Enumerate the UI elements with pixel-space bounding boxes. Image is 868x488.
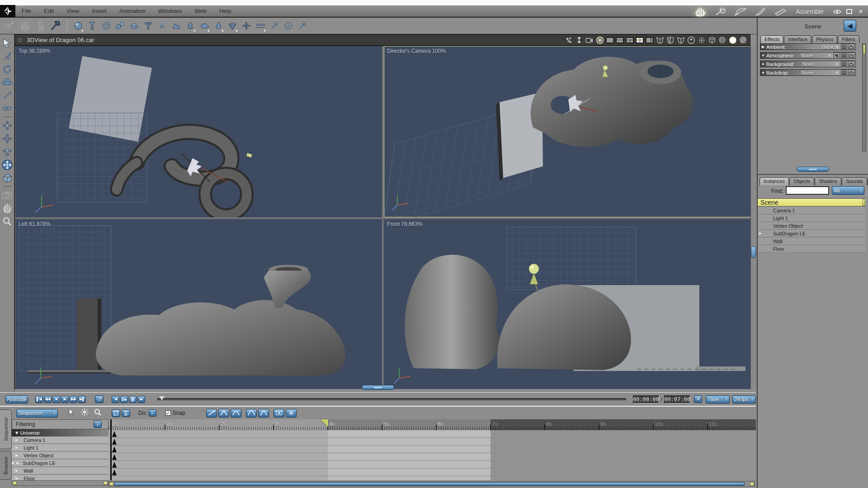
tree-item-light1[interactable]: Light 1 [758,215,865,222]
tree-item-camera1[interactable]: Camera 1 [758,207,865,214]
goblet-icon[interactable] [86,19,98,33]
do-dropdown-icon[interactable]: » [149,409,156,417]
scene-root-row[interactable]: Scene [758,198,865,206]
ambient-value[interactable]: Basic [822,44,836,50]
go-end-icon[interactable]: ▶▌ [78,396,86,403]
seq-row-light1[interactable]: ▶Light 1 [12,444,108,451]
zoom-tool-icon[interactable] [94,408,102,418]
cloud-icon[interactable] [198,19,210,33]
wire-ball-icon[interactable] [595,36,604,44]
filtering-row[interactable]: Filtering » [12,419,108,429]
room-model-wrench-icon[interactable] [712,6,729,17]
wall-side[interactable] [77,299,99,371]
seq-row-wall[interactable]: ▶Wall [12,467,108,474]
tree-item-subdragon[interactable]: ▶SubDragon LE [758,230,865,237]
tween-bezier-icon[interactable] [231,409,241,418]
delete-key-icon[interactable] [129,396,137,403]
gem-icon[interactable] [226,19,238,33]
load-preset-button[interactable] [848,44,854,50]
tab-interface[interactable]: Interface [784,35,811,43]
viewport-director[interactable]: Director's Camera 100% [384,46,751,218]
menu-view[interactable]: View [60,8,85,14]
loop-icon[interactable]: ↺ [95,395,104,403]
load-preset-button[interactable] [848,70,854,76]
chevron-down-icon[interactable]: » [835,71,840,74]
globe-cross-icon[interactable] [1,158,14,171]
seq-row-vertex-object[interactable]: ▶Vertex Object [12,452,108,459]
view-fan-left-icon[interactable] [656,36,664,44]
tree-item-floor[interactable]: Floor [758,245,865,253]
keyframe-marker[interactable] [112,439,117,445]
document-title-bar[interactable]: 3DView of Dragon 06.car [14,34,750,46]
dart-icon[interactable] [1,49,14,62]
expand-arrow-icon[interactable]: ▶ [759,231,762,235]
rotate-icon[interactable] [1,62,14,75]
particle-icon[interactable] [156,19,168,33]
terrain-icon[interactable] [170,19,182,33]
sphere-icon[interactable] [72,19,84,33]
keyframe-marker[interactable] [112,446,117,452]
scene-dots-icon[interactable] [564,36,573,44]
chevron-down-icon[interactable]: » [835,63,840,66]
time-scrubber[interactable] [157,398,626,400]
target-icon[interactable] [282,19,294,33]
save-preset-button[interactable] [841,61,847,67]
tab-effects[interactable]: Effects [760,35,783,43]
save-preset-button[interactable] [841,70,847,76]
background-value[interactable]: None [802,61,816,67]
dragon-side-view[interactable] [96,265,345,375]
layout-two-rows-icon[interactable] [616,37,624,43]
yellow-pin[interactable] [603,66,608,70]
menu-windows[interactable]: Windows [152,8,189,14]
chevron-down-icon[interactable]: » [828,54,833,57]
dropper-icon[interactable] [296,19,308,33]
panel-split-handle[interactable] [797,167,829,172]
background-row[interactable]: ● Background: None » [760,61,856,67]
finger-tool-icon[interactable] [33,19,47,33]
ambient-row[interactable]: ▶ Ambient: Basic » [760,43,856,50]
track-mode-icon[interactable] [122,409,130,417]
spray-icon[interactable] [268,19,280,33]
current-time-display[interactable]: 00:00:00 [633,395,659,404]
save-preset-button[interactable] [841,52,847,59]
viewport-left[interactable]: Left 61.878% [15,219,383,389]
tween-linear-icon[interactable] [206,409,217,418]
shade-smooth-sphere-icon[interactable] [728,36,737,44]
sequencer-timeline[interactable]: 0s 1s 2s 3s 4s 5s 6s 7s 8s 9s 10s 11s [108,419,756,488]
keyframe-marker[interactable] [112,431,117,437]
playhead[interactable] [110,419,112,480]
tree-scrollbar[interactable] [862,199,866,206]
menu-help[interactable]: Help [213,8,238,14]
maximize-icon[interactable] [844,8,854,16]
keyframe-marker[interactable] [112,462,117,468]
sequencer-mode-dropdown[interactable]: Sequencer» [16,409,58,418]
timeline-hscrollbar[interactable] [108,481,755,487]
chevron-down-icon[interactable]: » [835,46,840,48]
tween-ease-in-icon[interactable] [246,409,257,418]
load-preset-button[interactable] [848,52,854,59]
filtering-dropdown-icon[interactable]: » [94,421,102,428]
go-start-icon[interactable]: ▌◀ [35,396,43,403]
atmosphere-row[interactable]: ● Atmosphere: None » [760,52,856,59]
find-input[interactable] [786,186,829,195]
shade-wire-sphere-icon[interactable] [718,36,726,44]
dragon-perspective[interactable] [531,57,693,147]
menu-insert[interactable]: Insert [85,8,113,14]
time-mode-dropdown[interactable]: Time» [706,395,729,404]
tab-physics[interactable]: Physics [812,35,837,43]
cube-view-icon[interactable] [708,36,716,44]
light-tool-icon[interactable] [80,408,89,418]
menu-file[interactable]: File [15,8,38,14]
tween-ease-out-icon[interactable] [258,409,269,418]
backdrop-value[interactable]: None [802,70,815,75]
menu-animation[interactable]: Animation [113,8,152,14]
orbit-free-icon[interactable] [697,36,706,44]
end-time-display[interactable]: 00:07:00 [664,395,690,404]
load-preset-button[interactable] [848,61,854,67]
viewport-side-handle[interactable] [751,246,756,258]
ocean-icon[interactable] [254,19,266,33]
room-assemble-hand-icon[interactable] [692,6,709,17]
keyframe-marker[interactable] [112,469,117,475]
rewind-icon[interactable]: ◀◀ [44,396,52,403]
camera-icon[interactable] [1,188,14,202]
